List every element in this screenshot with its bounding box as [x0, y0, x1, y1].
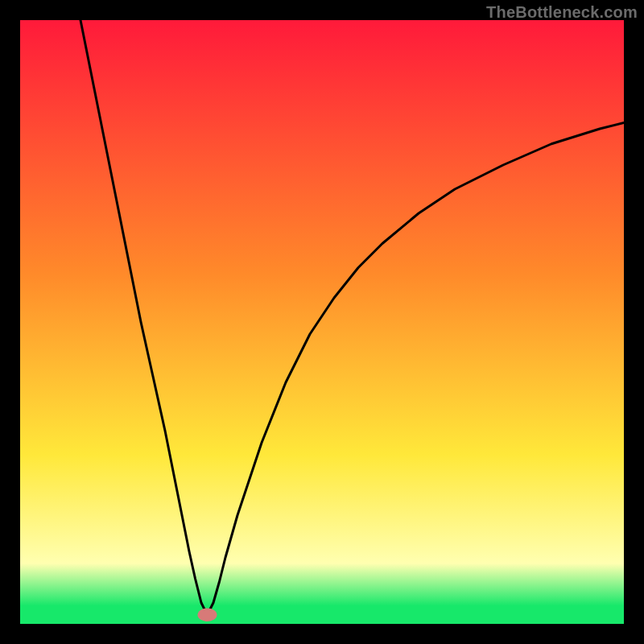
attribution-text: TheBottleneck.com	[486, 3, 638, 22]
plot-area	[20, 20, 624, 624]
minimum-marker	[198, 609, 217, 622]
gradient-background	[20, 20, 624, 624]
chart-svg	[20, 20, 624, 624]
chart-frame: TheBottleneck.com	[0, 0, 644, 644]
